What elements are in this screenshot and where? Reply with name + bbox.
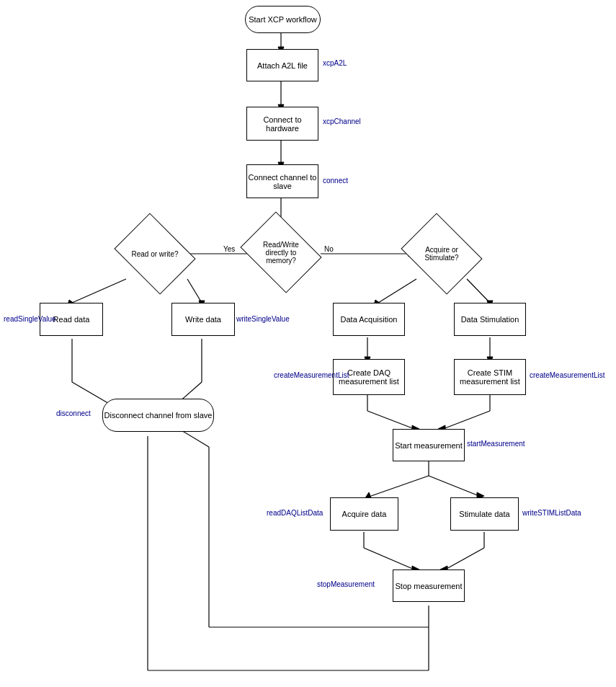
disconnect-node: Disconnect channel from slave [102,399,214,432]
connect-label: connect [323,177,348,185]
stopmeasurement-label: stopMeasurement [317,580,375,588]
svg-line-12 [72,279,126,303]
writesinglevalue-label: writeSingleValue [236,315,290,323]
start-node: Start XCP workflow [245,6,321,33]
create-meas-daq-label: createMeasurementList [274,371,349,379]
arrows-layer [0,0,616,687]
diagram-container: Start XCP workflow Attach A2L file xcpA2… [0,0,616,687]
svg-line-31 [367,411,414,429]
svg-line-39 [429,476,479,496]
stimulate-data-node: Stimulate data [450,497,519,531]
connect-hw-node: Connect to hardware [246,107,318,141]
svg-line-14 [187,279,202,303]
disconnect-label: disconnect [56,409,91,417]
start-meas-node: Start measurement [393,429,465,461]
create-stim-node: Create STIM measurement list [454,359,526,395]
write-data-node: Write data [171,303,235,336]
startmeasurement-label: startMeasurement [467,440,525,448]
data-stim-node: Data Stimulation [454,303,526,336]
svg-line-45 [445,548,484,569]
xcpa2l-label: xcpA2L [323,59,347,67]
svg-line-24 [467,279,490,303]
readwrite-diamond: Read/Write directly to memory? [249,227,313,278]
readorwrite-diamond: Read or write? [122,229,187,279]
data-acq-node: Data Acquisition [333,303,405,336]
svg-line-22 [378,279,416,303]
connect-slave-node: Connect channel to slave [246,164,318,198]
svg-line-42 [364,548,414,569]
readsinglevalue-label: readSingleValue [4,315,56,323]
svg-line-37 [371,476,429,496]
svg-line-34 [443,411,490,429]
attach-a2l-node: Attach A2L file [246,49,318,81]
create-meas-stim-label: createMeasurementList [530,371,605,379]
writestimlistdata-label: writeSTIMListData [522,509,581,517]
yes-label: Yes [223,245,235,253]
acquire-stim-diamond: Acquire or Stimulate? [409,229,474,279]
acquire-data-node: Acquire data [330,497,398,531]
xcpchannel-label: xcpChannel [323,118,361,125]
readdaqlistdata-label: readDAQListData [267,509,323,517]
no-label: No [324,245,334,253]
stop-meas-node: Stop measurement [393,569,465,602]
